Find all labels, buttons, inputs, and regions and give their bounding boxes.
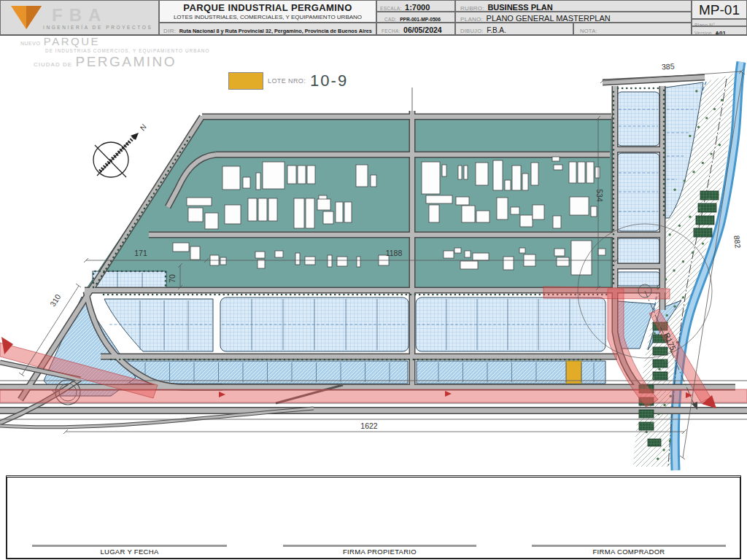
heading-pre3: CIUDAD DE	[34, 61, 72, 68]
shrub-dot	[719, 144, 721, 146]
sheet-number: MP-01	[699, 2, 740, 18]
shrub-dot	[697, 126, 700, 128]
dim-bottom: 1622	[360, 421, 378, 430]
dir-value: Ruta Nacional 8 y Ruta Provincial 32, Pe…	[179, 28, 372, 34]
logo-brand: FBA	[52, 5, 107, 26]
sheet-version-cell: Version A01	[692, 26, 747, 35]
shrub-dot	[692, 171, 694, 173]
building-footprint	[444, 251, 454, 258]
shrub-dot	[705, 117, 708, 119]
logo-cell: FBA INGENIERÍA DE PROYECTOS	[0, 0, 159, 35]
dir-label: DIR:	[163, 28, 176, 34]
utility-structure	[639, 410, 654, 418]
building-footprint	[298, 166, 306, 184]
building-footprint	[336, 202, 343, 222]
building-footprint	[275, 251, 283, 257]
building-footprint	[243, 177, 250, 188]
shrub-dot	[684, 179, 686, 182]
shrub-dot	[702, 162, 704, 164]
building-footprint	[570, 197, 589, 215]
legend: LOTE NRO: 10-9	[228, 71, 348, 90]
building-footprint	[337, 257, 347, 266]
building-footprint	[456, 197, 469, 205]
building-footprint	[429, 205, 439, 222]
legend-label: LOTE NRO:	[268, 77, 306, 85]
dibujo-cell: DIBUJO: F.B.A.	[455, 23, 573, 35]
heading-big1: PARQUE	[44, 35, 100, 47]
shrub-dot	[673, 306, 676, 308]
sheet-number-cell: MP-01	[692, 0, 747, 19]
scale-cell: ESCALA: 1:7000	[376, 0, 455, 12]
building-footprint	[454, 248, 461, 253]
sheet-plano-n-cell: Plano N°	[692, 19, 747, 26]
shrub-dot	[689, 216, 691, 218]
shrub-dot	[657, 458, 659, 460]
plano-value: PLANO GENERAL MASTERPLAN	[487, 14, 611, 23]
dim-river-edge: 882	[732, 235, 743, 249]
legend-lot-number: 10-9	[310, 71, 348, 90]
building-footprint	[255, 252, 265, 258]
building-footprint	[473, 253, 489, 260]
shrub-dot	[668, 233, 670, 236]
building-footprint	[225, 205, 241, 224]
signature-label-owner: FIRMA PROPIETARIO	[283, 548, 476, 556]
shrub-dot	[657, 413, 659, 415]
heading-pre1: NUEVO	[20, 41, 40, 46]
building-footprint	[344, 202, 352, 222]
building-footprint	[256, 173, 260, 190]
utility-structure	[653, 347, 667, 355]
building-footprint	[587, 162, 594, 183]
cad-cell: CAD: PPR-001-MP-0506	[376, 12, 455, 23]
building-footprint	[511, 207, 519, 214]
shrub-dot	[682, 260, 684, 262]
building-footprint	[557, 257, 569, 266]
building-footprint	[519, 248, 525, 253]
building-footprint	[307, 166, 315, 184]
highlight-lot-10-9[interactable]	[566, 361, 581, 384]
building-footprint	[464, 166, 468, 179]
dim-corner: 70	[168, 274, 177, 283]
building-footprint	[248, 198, 257, 221]
building-footprint	[190, 246, 200, 260]
shrub-dot	[702, 242, 704, 244]
logo-tagline: INGENIERÍA DE PROYECTOS	[43, 25, 152, 30]
shrub-dot	[689, 135, 691, 137]
building-footprint	[328, 255, 332, 267]
building-footprint	[465, 251, 471, 257]
shrub-dot	[713, 108, 716, 110]
shrub-dot	[666, 314, 668, 316]
shrub-dot	[682, 296, 684, 298]
utility-structure	[694, 228, 712, 237]
address-cell: DIR: Ruta Nacional 8 y Ruta Provincial 3…	[159, 23, 376, 35]
signature-line-owner	[283, 545, 476, 547]
fecha-label: FECHA:	[382, 28, 400, 34]
utility-structure	[653, 372, 667, 380]
building-footprint	[476, 211, 489, 222]
building-footprint	[497, 198, 508, 219]
building-footprint	[554, 165, 562, 170]
building-footprint	[422, 162, 440, 194]
dim-access: 310	[48, 292, 63, 308]
version-label: Version	[694, 31, 712, 35]
cad-label: CAD:	[384, 17, 397, 22]
building-footprint	[323, 211, 333, 224]
shrub-dot	[664, 359, 666, 361]
project-subtitle: LOTES INDUSTRIALES, COMERCIALES, Y EQUIP…	[160, 14, 376, 20]
building-footprint	[287, 166, 296, 184]
shrub-dot	[654, 332, 656, 334]
version-value: A01	[715, 30, 726, 35]
building-footprint	[554, 249, 565, 256]
shrub-dot	[663, 404, 665, 406]
shrub-dot	[658, 368, 660, 370]
building-footprint	[268, 198, 277, 221]
building-footprint	[505, 180, 511, 190]
nota-label: NOTA:	[580, 28, 597, 34]
fecha-value: 06/05/2024	[403, 26, 442, 34]
building-footprint	[205, 213, 218, 229]
legend-swatch	[228, 72, 263, 90]
signature-label-place-date: LUGAR Y FECHA	[32, 548, 227, 556]
building-footprint	[462, 206, 475, 222]
building-footprint	[371, 175, 376, 187]
shrub-dot	[652, 377, 654, 379]
project-title-cell: PARQUE INDUSTRIAL PERGAMINO LOTES INDUST…	[159, 0, 376, 23]
